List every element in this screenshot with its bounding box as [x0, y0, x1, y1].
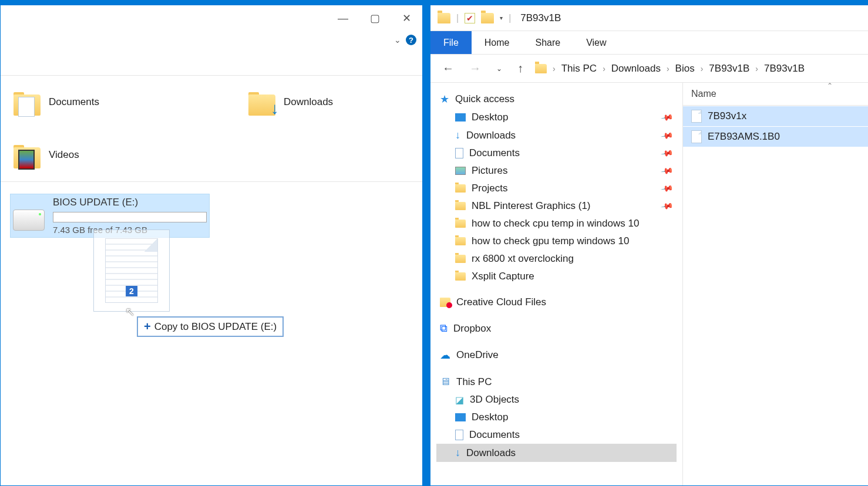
left-content-area: Documents ↓ Downloads Videos BIOS UPDATE: [1, 76, 422, 485]
ribbon-tabs: File Home Share View: [430, 31, 868, 55]
up-button[interactable]: ↑: [514, 59, 527, 77]
separator: |: [509, 13, 511, 23]
history-dropdown[interactable]: ⌄: [493, 62, 506, 75]
breadcrumb-segment[interactable]: 7B93v1B: [709, 63, 749, 75]
folder-icon: [455, 184, 466, 193]
chevron-down-icon[interactable]: ▾: [500, 15, 503, 21]
nav-label: Quick access: [455, 93, 514, 105]
nav-desktop[interactable]: Desktop📌: [436, 109, 677, 126]
folder-icon[interactable]: [438, 13, 450, 23]
navigation-pane: ★ Quick access Desktop📌 ↓Downloads📌 Docu…: [430, 83, 683, 485]
right-body: ★ Quick access Desktop📌 ↓Downloads📌 Docu…: [430, 83, 868, 485]
nav-projects[interactable]: Projects📌: [436, 180, 677, 197]
nav-creative-cloud[interactable]: Creative Cloud Files: [436, 293, 677, 311]
file-row[interactable]: 7B93v1x: [683, 106, 868, 126]
file-row[interactable]: E7B93AMS.1B0: [683, 126, 868, 147]
chevron-right-icon: ›: [667, 64, 669, 73]
nav-label: Xsplit Capture: [472, 271, 534, 282]
this-pc-icon: 🖥: [440, 376, 450, 388]
nav-recent-folder[interactable]: Xsplit Capture: [436, 268, 677, 285]
ribbon-collapse-row: ⌄ ?: [1, 31, 422, 49]
nav-pc-downloads[interactable]: ↓Downloads: [436, 444, 677, 462]
folder-grid: Documents ↓ Downloads Videos: [6, 87, 416, 170]
breadcrumb-segment[interactable]: 7B93v1B: [764, 63, 805, 75]
back-button[interactable]: ←: [439, 59, 457, 77]
pin-icon: 📌: [660, 164, 674, 178]
folder-downloads[interactable]: ↓ Downloads: [247, 87, 400, 117]
nav-pictures[interactable]: Pictures📌: [436, 162, 677, 180]
dropbox-icon: ⧉: [440, 322, 448, 335]
download-icon: ↓: [455, 129, 460, 141]
breadcrumb-segment[interactable]: Downloads: [611, 63, 661, 75]
minimize-button[interactable]: —: [327, 6, 359, 30]
folder-videos[interactable]: Videos: [12, 140, 165, 170]
nav-recent-folder[interactable]: how to check cpu temp in windows 10: [436, 215, 677, 232]
help-icon[interactable]: ?: [406, 35, 416, 45]
pin-icon: 📌: [660, 200, 674, 213]
plus-icon: +: [144, 320, 151, 333]
address-bar-left[interactable]: [1, 49, 422, 76]
nav-label: how to check gpu temp windows 10: [472, 235, 629, 247]
breadcrumb[interactable]: › This PC › Downloads › Bios › 7B93v1B ›…: [535, 63, 860, 75]
nav-label: Downloads: [466, 447, 516, 459]
nav-this-pc[interactable]: 🖥This PC: [436, 373, 677, 391]
folder-icon: [455, 202, 466, 210]
chevron-right-icon: ›: [701, 64, 704, 73]
nav-recent-folder[interactable]: how to check gpu temp windows 10: [436, 232, 677, 250]
nav-nbl-pinterest[interactable]: NBL Pinterest Graphics (1)📌: [436, 197, 677, 215]
breadcrumb-segment[interactable]: This PC: [561, 63, 597, 75]
desktop-icon: [455, 113, 466, 122]
file-icon: [691, 130, 702, 143]
document-icon: 2: [105, 238, 158, 303]
folder-icon: [455, 255, 466, 263]
nav-downloads[interactable]: ↓Downloads📌: [436, 126, 677, 144]
folder-icon: [535, 64, 547, 73]
folder-label: Documents: [49, 96, 99, 108]
chevron-right-icon: ›: [603, 64, 605, 73]
nav-pc-documents[interactable]: Documents: [436, 426, 677, 444]
drive-capacity-bar: [53, 212, 207, 222]
tab-file[interactable]: File: [430, 31, 472, 54]
folder-icon: [455, 220, 466, 228]
tab-share[interactable]: Share: [522, 31, 573, 54]
nav-label: This PC: [456, 376, 492, 388]
breadcrumb-segment[interactable]: Bios: [675, 63, 695, 75]
nav-label: Creative Cloud Files: [456, 296, 546, 308]
tab-home[interactable]: Home: [472, 31, 523, 54]
nav-quick-access[interactable]: ★ Quick access: [436, 90, 677, 109]
nav-label: NBL Pinterest Graphics (1): [472, 200, 591, 212]
section-divider: [1, 181, 422, 182]
nav-label: rx 6800 xt overclocking: [472, 253, 574, 265]
nav-label: Desktop: [472, 112, 508, 123]
folder-icon: [12, 140, 42, 170]
nav-onedrive[interactable]: ☁OneDrive: [436, 346, 677, 365]
folder-icon[interactable]: [481, 13, 494, 23]
column-header-name[interactable]: Name ⌃: [683, 83, 868, 106]
pin-icon: 📌: [660, 182, 674, 195]
folder-icon: [12, 87, 42, 117]
nav-recent-folder[interactable]: rx 6800 xt overclocking: [436, 250, 677, 268]
nav-pc-desktop[interactable]: Desktop: [436, 409, 677, 426]
nav-documents[interactable]: Documents📌: [436, 144, 677, 162]
nav-label: 3D Objects: [470, 394, 519, 406]
pictures-icon: [455, 167, 466, 175]
close-button[interactable]: ✕: [391, 6, 422, 30]
explorer-window-left: — ▢ ✕ ⌄ ? Documents ↓ Downloads: [0, 5, 423, 486]
drag-ghost: 2: [93, 230, 170, 312]
qat-properties-icon[interactable]: ✔: [465, 13, 475, 23]
maximize-button[interactable]: ▢: [359, 6, 391, 30]
forward-button[interactable]: →: [466, 59, 485, 77]
document-icon: [455, 148, 463, 158]
pin-icon: 📌: [660, 111, 674, 124]
tab-view[interactable]: View: [573, 31, 619, 54]
3d-objects-icon: ◪: [455, 394, 464, 406]
chevron-down-icon[interactable]: ⌄: [394, 35, 401, 45]
window-title: 7B93v1B: [520, 12, 561, 24]
file-list-pane: Name ⌃ 7B93v1x E7B93AMS.1B0: [683, 83, 868, 485]
nav-dropbox[interactable]: ⧉Dropbox: [436, 319, 677, 338]
pin-icon: 📌: [660, 147, 674, 160]
nav-3d-objects[interactable]: ◪3D Objects: [436, 391, 677, 409]
folder-icon: [455, 237, 466, 245]
download-icon: ↓: [455, 447, 460, 459]
folder-documents[interactable]: Documents: [12, 87, 165, 117]
